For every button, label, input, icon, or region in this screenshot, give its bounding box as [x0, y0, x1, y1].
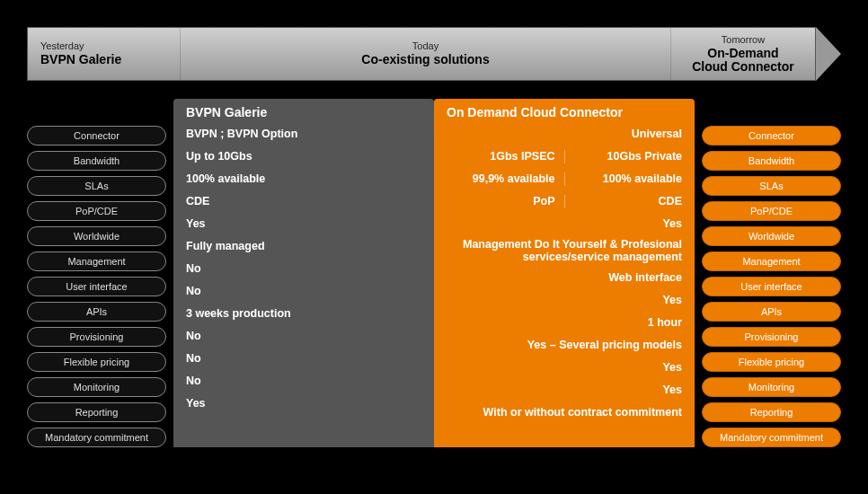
category-pill-left: Worldwide: [27, 226, 166, 246]
category-pill-left: APIs: [27, 302, 166, 322]
category-pill-right: Reporting: [702, 402, 841, 422]
ondemand-value: Yes: [447, 216, 682, 233]
bvpn-value: Yes: [186, 395, 421, 412]
ondemand-value: Yes: [447, 359, 682, 376]
timeline-today-label: Today: [412, 40, 438, 51]
category-pill-right: APIs: [702, 302, 841, 322]
ondemand-split-b: 100% available: [574, 172, 683, 185]
category-pill-right: Monitoring: [702, 377, 841, 397]
arrowhead-icon: [816, 27, 841, 81]
bvpn-value: Up to 10Gbs: [186, 148, 421, 165]
category-pill-left: SLAs: [27, 176, 166, 196]
ondemand-value: Universal: [447, 126, 682, 143]
ondemand-value: 99,9% available100% available: [447, 171, 682, 188]
bvpn-value: CDE: [186, 193, 421, 210]
category-pill-right: Flexible pricing: [702, 352, 841, 372]
column-bvpn-title: BVPN Galerie: [186, 99, 421, 126]
timeline-today-value: Co-existing solutions: [361, 53, 489, 66]
category-pill-left: Connector: [27, 126, 166, 146]
category-pill-left: Management: [27, 251, 166, 271]
ondemand-value: PoPCDE: [447, 193, 682, 210]
category-pill-left: Mandatory commitment: [27, 428, 166, 447]
bvpn-value: No: [186, 283, 421, 300]
ondemand-split-a: PoP: [447, 195, 565, 207]
category-pill-right: Bandwidth: [702, 151, 841, 171]
category-pill-left: Monitoring: [27, 377, 166, 397]
timeline-yesterday-value: BVPN Galerie: [40, 53, 121, 66]
ondemand-split-a: 1Gbs IPSEC: [447, 150, 565, 163]
timeline-arrow: Yesterday BVPN Galerie Today Co-existing…: [27, 27, 841, 81]
ondemand-split-a: 99,9% available: [447, 172, 565, 185]
column-ondemand: On Demand Cloud Connector Universal1Gbs …: [434, 99, 695, 447]
category-pill-left: Provisioning: [27, 327, 166, 347]
category-pill-right: Provisioning: [702, 327, 841, 347]
ondemand-value: 1 hour: [447, 314, 682, 331]
category-pill-right: Mandatory commitment: [702, 428, 841, 447]
ondemand-value: Yes – Several pricing models: [447, 337, 682, 354]
ondemand-value: Yes: [447, 292, 682, 309]
bvpn-value: BVPN ; BVPN Option: [186, 126, 421, 143]
category-pill-left: Flexible pricing: [27, 352, 166, 372]
bvpn-value: No: [186, 373, 421, 390]
ondemand-value: Web interface: [447, 269, 682, 287]
timeline-tomorrow: Tomorrow On-Demand Cloud Connector: [671, 28, 815, 80]
category-pill-left: User interface: [27, 277, 166, 296]
bvpn-value: 100% available: [186, 171, 421, 188]
ondemand-value: 1Gbs IPSEC10Gbs Private: [447, 148, 682, 165]
ondemand-value: Management Do It Yourself & Profesional …: [447, 238, 682, 264]
timeline-tomorrow-value: On-Demand Cloud Connector: [692, 47, 794, 75]
category-pill-left: PoP/CDE: [27, 201, 166, 221]
timeline-yesterday-label: Yesterday: [40, 40, 84, 51]
category-pill-right: SLAs: [702, 176, 841, 196]
column-bvpn: BVPN Galerie BVPN ; BVPN OptionUp to 10G…: [173, 99, 434, 447]
category-pill-right: User interface: [702, 277, 841, 296]
bvpn-value: No: [186, 260, 421, 278]
category-pill-right: PoP/CDE: [702, 201, 841, 221]
bvpn-value: Fully managed: [186, 238, 421, 255]
category-pill-right: Connector: [702, 126, 841, 146]
category-labels-right: ConnectorBandwidthSLAsPoP/CDEWorldwideMa…: [702, 99, 841, 447]
bvpn-value: Yes: [186, 216, 421, 233]
bvpn-value: No: [186, 350, 421, 367]
timeline-tomorrow-label: Tomorrow: [722, 34, 765, 45]
bvpn-value: No: [186, 328, 421, 345]
category-pill-left: Bandwidth: [27, 151, 166, 171]
ondemand-split-b: CDE: [574, 195, 683, 207]
category-labels-left: ConnectorBandwidthSLAsPoP/CDEWorldwideMa…: [27, 99, 166, 447]
category-pill-right: Management: [702, 251, 841, 271]
ondemand-value: Yes: [447, 382, 682, 399]
ondemand-split-b: 10Gbs Private: [574, 150, 683, 163]
column-ondemand-title: On Demand Cloud Connector: [447, 99, 682, 126]
timeline-yesterday: Yesterday BVPN Galerie: [28, 28, 181, 80]
bvpn-value: 3 weeks production: [186, 305, 421, 322]
ondemand-value: With or without contract commitment: [447, 404, 682, 421]
timeline-today: Today Co-existing solutions: [181, 28, 671, 80]
category-pill-left: Reporting: [27, 402, 166, 422]
category-pill-right: Worldwide: [702, 226, 841, 246]
